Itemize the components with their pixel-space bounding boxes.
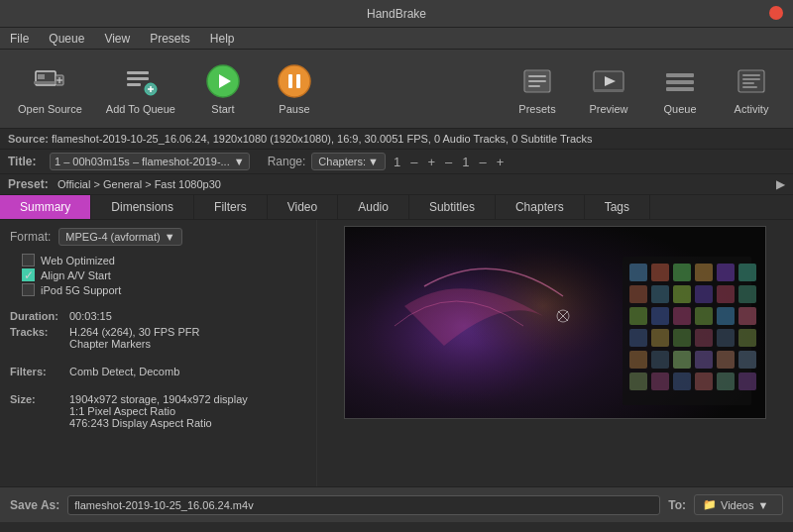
menu-presets[interactable]: Presets <box>146 30 194 48</box>
tab-chapters[interactable]: Chapters <box>496 195 585 219</box>
close-button[interactable] <box>769 6 783 20</box>
chapters-value: Chapters: <box>318 156 366 167</box>
presets-button[interactable]: Presets <box>506 54 569 124</box>
preset-expand-arrow[interactable]: ▶ <box>776 177 785 191</box>
presets-icon <box>519 63 555 99</box>
svg-rect-31 <box>742 86 757 88</box>
svg-rect-41 <box>738 264 756 281</box>
chapters-dropdown[interactable]: Chapters: ▼ <box>311 153 386 170</box>
svg-rect-36 <box>629 264 647 281</box>
tab-video[interactable]: Video <box>268 195 338 219</box>
svg-rect-48 <box>629 307 647 325</box>
title-dropdown[interactable]: 1 – 00h03m15s – flameshot-2019-... ▼ <box>50 153 250 170</box>
preview-button[interactable]: Preview <box>577 54 640 124</box>
start-icon <box>205 63 241 99</box>
pause-label: Pause <box>279 103 309 115</box>
range-increment[interactable]: + <box>425 155 437 169</box>
queue-button[interactable]: Queue <box>648 54 712 124</box>
svg-rect-61 <box>651 351 669 369</box>
activity-button[interactable]: Activity <box>720 54 783 124</box>
preview-icon <box>591 63 626 99</box>
tracks-value1: H.264 (x264), 30 FPS PFR <box>69 326 199 338</box>
filters-label: Filters: <box>10 366 69 377</box>
web-optimized-row[interactable]: Web Optimized <box>22 254 306 266</box>
format-dropdown[interactable]: MPEG-4 (avformat) ▼ <box>58 228 181 246</box>
title-dropdown-arrow: ▼ <box>234 156 245 167</box>
menu-file[interactable]: File <box>6 30 33 48</box>
tab-filters[interactable]: Filters <box>194 195 268 219</box>
tabs-row: Summary Dimensions Filters Video Audio S… <box>0 195 793 220</box>
size-row: Size: 1904x972 storage, 1904x972 display… <box>10 393 306 429</box>
preview-label: Preview <box>589 103 627 115</box>
svg-rect-15 <box>288 74 292 88</box>
format-value: MPEG-4 (avformat) <box>65 231 160 243</box>
align-av-checkbox[interactable]: ✓ <box>22 268 35 281</box>
ipod-row[interactable]: iPod 5G Support <box>22 283 306 296</box>
svg-rect-59 <box>738 329 756 347</box>
tab-dimensions[interactable]: Dimensions <box>91 195 194 219</box>
svg-rect-63 <box>695 351 713 369</box>
range-to-decrement[interactable]: – <box>477 155 488 169</box>
tab-subtitles[interactable]: Subtitles <box>409 195 496 219</box>
tab-audio[interactable]: Audio <box>338 195 409 219</box>
svg-rect-38 <box>673 264 691 281</box>
ipod-label: iPod 5G Support <box>41 284 121 296</box>
ipod-checkbox[interactable] <box>22 283 35 296</box>
add-to-queue-icon <box>123 63 159 99</box>
svg-rect-40 <box>717 264 735 281</box>
filters-row: Filters: Comb Detect, Decomb <box>10 366 306 377</box>
svg-rect-54 <box>629 329 647 347</box>
menu-view[interactable]: View <box>100 30 134 48</box>
duration-label: Duration: <box>10 310 69 322</box>
svg-rect-1 <box>38 74 45 79</box>
menu-queue[interactable]: Queue <box>45 30 88 48</box>
format-label: Format: <box>10 230 51 244</box>
tab-summary[interactable]: Summary <box>0 195 91 219</box>
window-title: HandBrake <box>367 7 426 21</box>
align-av-row[interactable]: ✓ Align A/V Start <box>22 268 306 281</box>
svg-rect-49 <box>651 307 669 325</box>
svg-rect-60 <box>629 351 647 369</box>
menu-help[interactable]: Help <box>206 30 239 48</box>
range-to-increment[interactable]: + <box>495 155 507 169</box>
svg-rect-69 <box>695 372 713 390</box>
svg-rect-8 <box>127 83 141 86</box>
folder-button[interactable]: 📁 Videos ▼ <box>694 494 783 515</box>
left-panel: Format: MPEG-4 (avformat) ▼ Web Optimize… <box>0 220 317 486</box>
svg-rect-68 <box>673 372 691 390</box>
start-button[interactable]: Start <box>191 54 255 124</box>
svg-rect-20 <box>528 85 540 87</box>
presets-label: Presets <box>518 103 555 115</box>
svg-rect-47 <box>738 285 756 303</box>
svg-rect-7 <box>127 77 149 80</box>
svg-rect-23 <box>594 89 623 92</box>
open-source-button[interactable]: Open Source <box>10 54 90 124</box>
svg-rect-19 <box>528 80 546 82</box>
title-dropdown-value: 1 – 00h03m15s – flameshot-2019-... <box>55 156 230 167</box>
duration-row: Duration: 00:03:15 <box>10 310 306 322</box>
svg-rect-6 <box>127 71 149 74</box>
range-separator: – <box>443 155 454 169</box>
svg-rect-18 <box>528 75 546 77</box>
main-content: Format: MPEG-4 (avformat) ▼ Web Optimize… <box>0 220 793 486</box>
svg-rect-26 <box>666 87 694 91</box>
size-values: 1904x972 storage, 1904x972 display 1:1 P… <box>69 393 248 429</box>
svg-rect-37 <box>651 264 669 281</box>
save-as-input[interactable] <box>67 495 660 515</box>
format-row: Format: MPEG-4 (avformat) ▼ <box>10 228 306 246</box>
folder-arrow: ▼ <box>757 499 768 511</box>
pause-button[interactable]: Pause <box>263 54 326 124</box>
svg-rect-28 <box>742 74 760 76</box>
title-row: Title: 1 – 00h03m15s – flameshot-2019-..… <box>0 150 793 174</box>
svg-rect-67 <box>651 372 669 390</box>
range-decrement[interactable]: – <box>408 155 419 169</box>
svg-rect-44 <box>673 285 691 303</box>
tab-tags[interactable]: Tags <box>585 195 650 219</box>
range-to-value: 1 <box>460 155 471 169</box>
web-optimized-checkbox[interactable] <box>22 254 35 266</box>
svg-rect-30 <box>742 82 754 84</box>
svg-rect-42 <box>629 285 647 303</box>
tracks-values: H.264 (x264), 30 FPS PFR Chapter Markers <box>69 326 199 350</box>
align-av-label: Align A/V Start <box>41 269 111 281</box>
add-to-queue-button[interactable]: Add To Queue <box>98 54 183 124</box>
